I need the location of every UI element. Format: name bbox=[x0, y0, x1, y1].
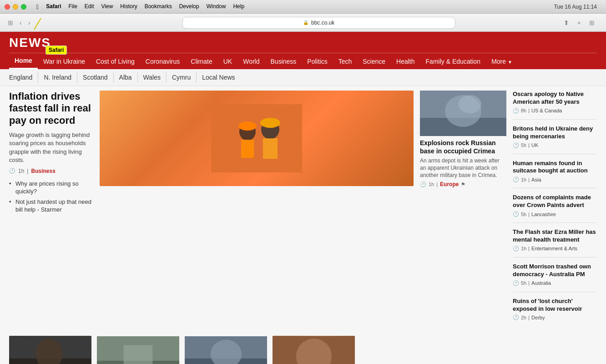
develop-menu[interactable]: Develop bbox=[179, 3, 199, 10]
bullet-item[interactable]: Not just hardest up that need bill help … bbox=[9, 197, 93, 215]
side-time-2: 1h bbox=[521, 177, 526, 182]
side-time-4: 1h bbox=[521, 246, 526, 251]
help-menu[interactable]: Help bbox=[233, 3, 244, 10]
crimea-summary: An arms depot is hit a week after an app… bbox=[420, 157, 506, 179]
nav-cost-of-living[interactable]: Cost of Living bbox=[91, 54, 140, 69]
new-tab-button[interactable]: + bbox=[575, 18, 583, 27]
maximize-button[interactable] bbox=[21, 4, 26, 10]
clock-icon: 🕐 bbox=[513, 108, 519, 114]
side-tag-4[interactable]: Entertainment & Arts bbox=[531, 246, 577, 251]
bookmarks-menu[interactable]: Bookmarks bbox=[145, 3, 172, 10]
history-menu[interactable]: History bbox=[120, 3, 137, 10]
address-bar[interactable]: 🔒 bbc.co.uk bbox=[182, 17, 455, 29]
clock-icon: 🕐 bbox=[420, 182, 426, 187]
sec-nav-nireland[interactable]: N. Ireland bbox=[38, 72, 77, 83]
safari-menu[interactable]: Safari bbox=[46, 3, 61, 10]
nav-coronavirus[interactable]: Coronavirus bbox=[140, 54, 185, 69]
crimea-title[interactable]: Explosions rock Russian base in occupied… bbox=[420, 139, 506, 155]
nav-climate[interactable]: Climate bbox=[185, 54, 217, 69]
bbc-logo[interactable]: NEWS bbox=[9, 35, 51, 53]
side-tag-1[interactable]: UK bbox=[531, 142, 538, 148]
back-button[interactable]: ‹ bbox=[17, 18, 24, 27]
grid-img-3[interactable] bbox=[273, 336, 355, 364]
clock-icon: 🕐 bbox=[9, 168, 15, 174]
file-menu[interactable]: File bbox=[68, 3, 77, 10]
crimea-meta: 🕐 1h | Europe ⚑ bbox=[420, 181, 506, 187]
crimea-image[interactable] bbox=[420, 91, 504, 136]
side-article-6: Ruins of 'lost church' exposed in low re… bbox=[513, 298, 597, 326]
lock-icon: 🔒 bbox=[303, 20, 308, 25]
crimea-tag[interactable]: Europe bbox=[440, 181, 459, 187]
side-tag-0[interactable]: US & Canada bbox=[531, 108, 562, 113]
view-menu[interactable]: View bbox=[101, 3, 113, 10]
sec-nav-cymru[interactable]: Cymru bbox=[167, 72, 197, 83]
svg-point-7 bbox=[260, 118, 280, 128]
sec-nav-alba[interactable]: Alba bbox=[114, 72, 138, 83]
sidebar-toggle[interactable]: ⊞ bbox=[5, 18, 15, 27]
side-article-3: Dozens of complaints made over Crown Pai… bbox=[513, 194, 597, 223]
bullet-list: Why are prices rising so quickly? Not ju… bbox=[9, 179, 93, 215]
side-article-title-4[interactable]: The Flash star Ezra Miller has mental he… bbox=[513, 228, 597, 244]
nav-more[interactable]: More ▼ bbox=[486, 54, 518, 69]
side-time-0: 8h bbox=[521, 108, 526, 113]
tab-overview-button[interactable]: ⊞ bbox=[587, 18, 597, 27]
share-button[interactable]: ⬆ bbox=[561, 18, 571, 27]
clock-icon: 🕐 bbox=[513, 314, 519, 320]
main-summary: Wage growth is lagging behind soaring pr… bbox=[9, 131, 93, 164]
close-button[interactable] bbox=[5, 4, 10, 10]
bullet-item[interactable]: Why are prices rising so quickly? bbox=[9, 179, 93, 197]
minimize-button[interactable] bbox=[13, 4, 18, 10]
grid-article-3: A$AP Rocky charged over shooting in Holl… bbox=[273, 336, 355, 364]
svg-line-0 bbox=[34, 18, 41, 30]
nav-business[interactable]: Business bbox=[265, 54, 302, 69]
window-controls[interactable] bbox=[5, 4, 26, 10]
apple-menu[interactable]:  bbox=[36, 3, 39, 10]
pipe: | bbox=[27, 168, 28, 174]
grid-img-1[interactable] bbox=[97, 336, 179, 364]
svg-rect-1 bbox=[211, 104, 302, 172]
sec-nav-wales[interactable]: Wales bbox=[138, 72, 167, 83]
flag-icon: ⚑ bbox=[461, 182, 465, 187]
clock-icon: 🕐 bbox=[513, 246, 519, 252]
bbc-header: NEWS Home War in Ukraine Cost of Living … bbox=[0, 32, 606, 69]
side-article-title-3[interactable]: Dozens of complaints made over Crown Pai… bbox=[513, 194, 597, 209]
svg-point-6 bbox=[238, 121, 257, 131]
main-headline[interactable]: Inflation drives fastest fall in real pa… bbox=[9, 91, 93, 126]
nav-science[interactable]: Science bbox=[357, 54, 391, 69]
clock: Tue 16 Aug 11:14 bbox=[554, 4, 597, 10]
grid-img-0[interactable] bbox=[9, 336, 91, 364]
safari-toolbar: ⊞ ‹ › 🔒 bbc.co.uk ⬆ + ⊞ Safari bbox=[0, 14, 606, 32]
nav-politics[interactable]: Politics bbox=[302, 54, 333, 69]
side-article-title-5[interactable]: Scott Morrison trashed own democracy - A… bbox=[513, 263, 597, 278]
side-article-title-2[interactable]: Human remains found in suitcase bought a… bbox=[513, 160, 597, 175]
main-article-meta: 🕐 1h | Business bbox=[9, 168, 93, 174]
sec-nav-local[interactable]: Local News bbox=[197, 72, 240, 83]
main-image-area bbox=[100, 91, 414, 331]
crimea-article: Explosions rock Russian base in occupied… bbox=[420, 91, 506, 331]
grid-article-2: Life savings lost after watchdog failed … bbox=[185, 336, 267, 364]
nav-uk[interactable]: UK bbox=[218, 54, 237, 69]
nav-home[interactable]: Home bbox=[9, 53, 38, 69]
nav-world[interactable]: World bbox=[237, 54, 265, 69]
main-article-image[interactable] bbox=[100, 91, 414, 186]
side-article-title-1[interactable]: Britons held in Ukraine deny being merce… bbox=[513, 125, 597, 141]
side-tag-5[interactable]: Australia bbox=[531, 280, 551, 286]
pipe: | bbox=[436, 182, 438, 187]
window-menu[interactable]: Window bbox=[207, 3, 226, 10]
side-article-title-0[interactable]: Oscars apology to Native American after … bbox=[513, 91, 597, 106]
edit-menu[interactable]: Edit bbox=[85, 3, 94, 10]
sec-nav-scotland[interactable]: Scotland bbox=[77, 72, 113, 83]
side-tag-6[interactable]: Derby bbox=[531, 315, 545, 320]
side-tag-3[interactable]: Lancashire bbox=[531, 212, 556, 217]
side-article-title-6[interactable]: Ruins of 'lost church' exposed in low re… bbox=[513, 298, 597, 313]
nav-family[interactable]: Family & Education bbox=[420, 54, 486, 69]
nav-ukraine[interactable]: War in Ukraine bbox=[38, 54, 91, 69]
nav-buttons[interactable]: ⊞ ‹ › bbox=[5, 18, 32, 27]
grid-img-2[interactable] bbox=[185, 336, 267, 364]
side-tag-2[interactable]: Asia bbox=[531, 177, 541, 182]
main-tag[interactable]: Business bbox=[31, 168, 55, 174]
sec-nav-england[interactable]: England bbox=[9, 72, 38, 83]
side-time-3: 5h bbox=[521, 212, 526, 217]
nav-tech[interactable]: Tech bbox=[333, 54, 358, 69]
nav-health[interactable]: Health bbox=[391, 54, 420, 69]
